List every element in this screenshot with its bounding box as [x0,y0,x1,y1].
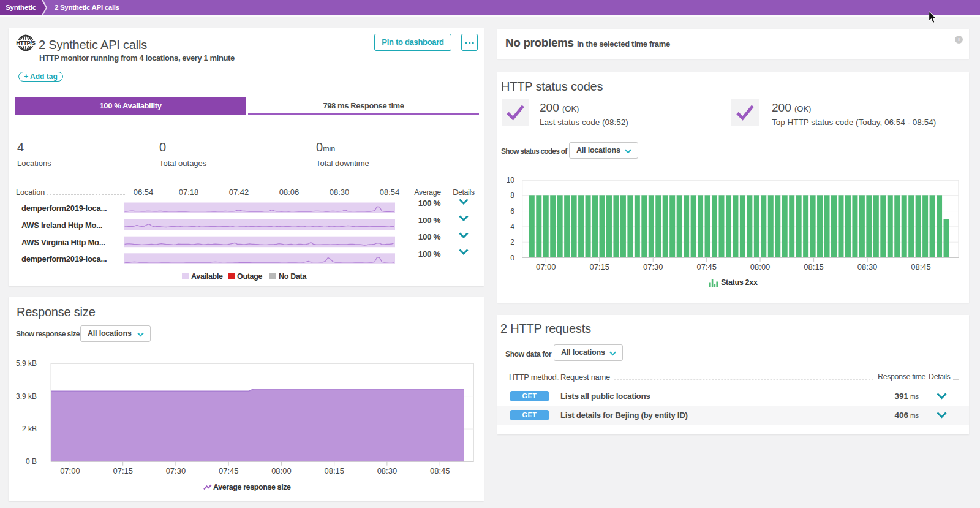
svg-text:08:15: 08:15 [324,466,344,476]
svg-text:08:00: 08:00 [271,466,292,476]
svg-text:8: 8 [510,191,514,200]
svg-text:10: 10 [507,176,515,184]
svg-text:5.9 kB: 5.9 kB [16,359,37,368]
svg-text:08:45: 08:45 [911,262,931,271]
svg-text:07:15: 07:15 [113,466,133,476]
svg-text:08:30: 08:30 [858,262,878,271]
svg-text:07:45: 07:45 [696,262,717,271]
svg-text:08:15: 08:15 [804,262,824,271]
svg-text:3.9 kB: 3.9 kB [16,392,37,401]
svg-text:07:45: 07:45 [219,466,239,476]
svg-text:4: 4 [510,222,514,231]
svg-text:0 B: 0 B [26,457,37,466]
svg-text:07:00: 07:00 [60,466,80,476]
svg-text:0: 0 [510,254,514,262]
svg-text:2 kB: 2 kB [22,425,37,433]
svg-text:6: 6 [510,207,514,216]
svg-text:07:00: 07:00 [536,262,556,271]
svg-text:08:45: 08:45 [430,466,450,476]
svg-text:08:00: 08:00 [750,262,771,271]
svg-text:07:30: 07:30 [166,466,186,476]
svg-text:07:15: 07:15 [590,262,610,271]
svg-text:07:30: 07:30 [643,262,663,271]
svg-text:08:30: 08:30 [377,466,398,476]
svg-text:2: 2 [510,238,514,246]
